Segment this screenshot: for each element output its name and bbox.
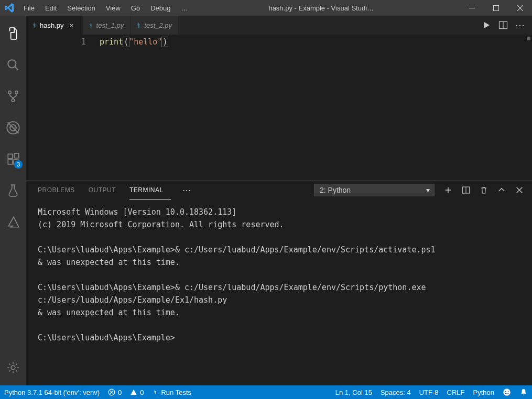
panel-more-icon[interactable]: ⋯: [177, 185, 196, 195]
split-editor-icon[interactable]: [498, 20, 508, 30]
svg-point-9: [13, 130, 14, 131]
status-bar: Python 3.7.1 64-bit ('env': venv) 0 0 Ru…: [0, 385, 532, 399]
svg-rect-1: [493, 5, 498, 10]
close-icon[interactable]: ×: [68, 21, 76, 29]
minimize-button[interactable]: [460, 0, 484, 16]
close-panel-icon[interactable]: [515, 186, 524, 194]
status-feedback-icon[interactable]: [498, 385, 515, 399]
svg-point-16: [11, 365, 15, 370]
tab-label: hash.py: [40, 21, 64, 29]
terminal-content[interactable]: Microsoft Windows [Version 10.0.18362.11…: [26, 199, 532, 385]
source-control-icon[interactable]: [1, 84, 26, 109]
status-errors[interactable]: 0: [104, 385, 126, 399]
panel-header: PROBLEMS OUTPUT TERMINAL ⋯ 2: Python: [26, 181, 532, 199]
status-spaces[interactable]: Spaces: 4: [376, 385, 415, 399]
svg-point-11: [16, 127, 17, 128]
status-eol[interactable]: CRLF: [443, 385, 469, 399]
azure-icon[interactable]: [1, 209, 26, 235]
window-controls: [460, 0, 532, 16]
menu-view[interactable]: View: [101, 1, 126, 15]
svg-point-8: [13, 124, 14, 125]
menu-file[interactable]: File: [18, 1, 40, 15]
status-run-tests[interactable]: Run Tests: [148, 385, 196, 399]
python-file-icon: ⚕: [32, 21, 36, 29]
menu-selection[interactable]: Selection: [62, 1, 100, 15]
editor-group: ⚕ hash.py × ⚕ test_1.py ⚕ test_2.py ⋯ 1 …: [26, 16, 532, 385]
title-bar: File Edit Selection View Go Debug … hash…: [0, 0, 532, 16]
tab-test-2-py[interactable]: ⚕ test_2.py: [131, 16, 179, 35]
status-python-interpreter[interactable]: Python 3.7.1 64-bit ('env': venv): [0, 385, 104, 399]
editor-tabs: ⚕ hash.py × ⚕ test_1.py ⚕ test_2.py ⋯: [26, 16, 532, 35]
tab-label: test_2.py: [144, 21, 172, 29]
extensions-icon[interactable]: 3: [1, 147, 26, 172]
svg-rect-13: [8, 160, 13, 164]
svg-point-10: [9, 127, 10, 128]
python-file-icon: ⚕: [137, 21, 140, 29]
menu-go[interactable]: Go: [126, 1, 145, 15]
tab-hash-py[interactable]: ⚕ hash.py ×: [26, 16, 83, 35]
menu-more[interactable]: …: [176, 1, 193, 15]
menu-debug[interactable]: Debug: [145, 1, 176, 15]
settings-gear-icon[interactable]: [1, 355, 26, 380]
menu-edit[interactable]: Edit: [40, 1, 62, 15]
panel-tab-terminal[interactable]: TERMINAL: [129, 181, 171, 199]
code-line: print("hello"): [100, 37, 532, 180]
svg-point-3: [8, 91, 11, 94]
svg-point-4: [15, 91, 18, 94]
svg-rect-0: [469, 8, 475, 8]
close-button[interactable]: [508, 0, 532, 16]
status-language[interactable]: Python: [469, 385, 498, 399]
new-terminal-icon[interactable]: [444, 186, 452, 194]
window-title: hash.py - Example - Visual Studi…: [193, 4, 460, 12]
status-warnings[interactable]: 0: [126, 385, 148, 399]
status-ln-col[interactable]: Ln 1, Col 15: [331, 385, 376, 399]
python-file-icon: ⚕: [89, 21, 93, 29]
search-icon[interactable]: [1, 52, 26, 77]
line-number: 1: [26, 37, 100, 180]
tab-label: test_1.py: [96, 21, 124, 29]
status-encoding[interactable]: UTF-8: [415, 385, 443, 399]
minimap[interactable]: [527, 37, 530, 40]
svg-point-21: [505, 391, 506, 392]
code-editor[interactable]: 1 print("hello"): [26, 35, 532, 180]
panel-tab-problems[interactable]: PROBLEMS: [38, 181, 82, 199]
menu-bar: File Edit Selection View Go Debug …: [18, 1, 193, 15]
debug-icon[interactable]: [1, 115, 26, 140]
testing-icon[interactable]: [1, 178, 26, 203]
maximize-panel-icon[interactable]: [497, 186, 506, 194]
run-icon[interactable]: [482, 20, 491, 30]
vscode-logo-icon: [0, 3, 18, 13]
svg-rect-15: [14, 153, 19, 158]
status-bell-icon[interactable]: [515, 385, 532, 399]
split-terminal-icon[interactable]: [462, 186, 470, 194]
terminal-select[interactable]: 2: Python: [314, 184, 435, 196]
editor-actions: ⋯: [482, 16, 532, 35]
svg-point-20: [503, 389, 510, 395]
panel: PROBLEMS OUTPUT TERMINAL ⋯ 2: Python Mic…: [26, 180, 532, 385]
activity-bar: 3: [0, 16, 26, 385]
tab-test-1-py[interactable]: ⚕ test_1.py: [83, 16, 131, 35]
svg-point-5: [12, 99, 14, 102]
maximize-button[interactable]: [484, 0, 508, 16]
svg-point-22: [508, 391, 509, 392]
svg-rect-12: [8, 154, 13, 159]
extensions-badge: 3: [14, 160, 23, 169]
kill-terminal-icon[interactable]: [480, 186, 488, 194]
svg-point-2: [8, 60, 16, 68]
explorer-icon[interactable]: [1, 21, 26, 46]
more-icon[interactable]: ⋯: [515, 19, 525, 31]
panel-tab-output[interactable]: OUTPUT: [89, 181, 123, 199]
